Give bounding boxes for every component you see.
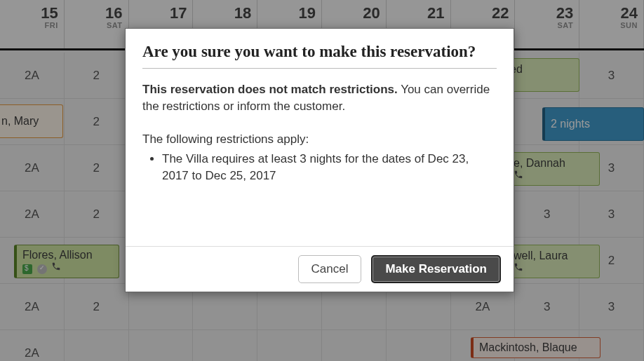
cancel-button[interactable]: Cancel xyxy=(298,255,362,283)
modal-warning-strong: This reservation does not match restrict… xyxy=(142,83,398,96)
confirmation-modal: Are you sure you want to make this reser… xyxy=(125,28,514,292)
make-reservation-button[interactable]: Make Reservation xyxy=(371,255,501,283)
modal-title: Are you sure you want to make this reser… xyxy=(142,43,497,69)
restrictions-intro: The following restrictions apply: xyxy=(142,131,497,148)
modal-footer: Cancel Make Reservation xyxy=(126,246,514,292)
modal-message: This reservation does not match restrict… xyxy=(142,81,497,184)
restriction-item: The Villa requires at least 3 nights for… xyxy=(162,151,497,184)
